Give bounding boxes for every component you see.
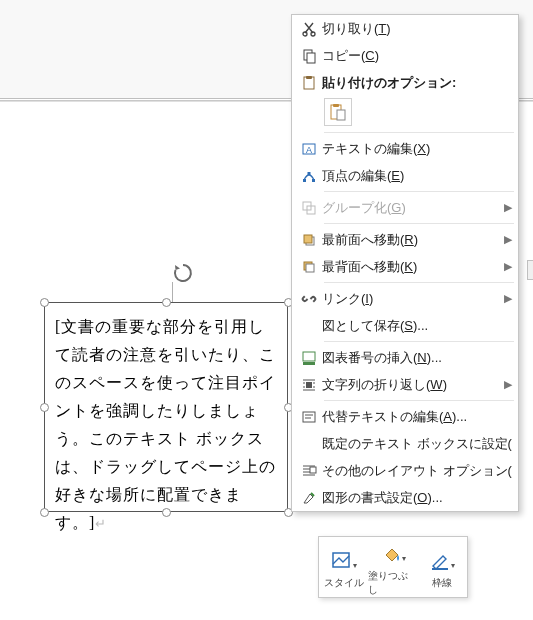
menu-separator bbox=[324, 191, 514, 192]
layout-icon bbox=[296, 463, 322, 479]
copy-icon bbox=[296, 48, 322, 64]
svg-rect-20 bbox=[303, 352, 315, 361]
paste-option-keep-source[interactable] bbox=[324, 98, 352, 126]
paste-icon bbox=[296, 75, 322, 91]
menu-edit-text[interactable]: A テキストの編集(X) bbox=[292, 135, 518, 162]
menu-paste-header: 貼り付けのオプション: bbox=[292, 69, 518, 96]
menu-cut-label: 切り取り(T) bbox=[322, 20, 512, 38]
svg-text:▾: ▾ bbox=[353, 561, 357, 570]
menu-alt-text[interactable]: 代替テキストの編集(A)... bbox=[292, 403, 518, 430]
menu-text-wrap-label: 文字列の折り返し(W) bbox=[322, 376, 498, 394]
group-icon bbox=[296, 200, 322, 216]
resize-handle-tc[interactable] bbox=[162, 298, 171, 307]
style-button[interactable]: ▾ スタイル bbox=[319, 537, 368, 597]
svg-point-0 bbox=[303, 32, 307, 36]
textbox-content: [文書の重要な部分を引用して読者の注意を引いたり、このスペースを使って注目ポイン… bbox=[55, 318, 276, 531]
menu-separator bbox=[324, 282, 514, 283]
bring-front-icon bbox=[296, 232, 322, 248]
svg-rect-7 bbox=[333, 104, 339, 107]
menu-link[interactable]: リンク(I) ▶ bbox=[292, 285, 518, 312]
svg-rect-17 bbox=[304, 235, 312, 243]
menu-send-back-label: 最背面へ移動(K) bbox=[322, 258, 498, 276]
edit-points-icon bbox=[296, 168, 322, 184]
menu-edit-text-label: テキストの編集(X) bbox=[322, 140, 512, 158]
menu-insert-caption[interactable]: 図表番号の挿入(N)... bbox=[292, 344, 518, 371]
chevron-right-icon: ▶ bbox=[498, 201, 512, 214]
menu-copy[interactable]: コピー(C) bbox=[292, 42, 518, 69]
menu-group: グループ化(G) ▶ bbox=[292, 194, 518, 221]
svg-rect-21 bbox=[303, 362, 315, 365]
svg-text:▾: ▾ bbox=[451, 561, 455, 570]
menu-bring-front[interactable]: 最前面へ移動(R) ▶ bbox=[292, 226, 518, 253]
svg-point-1 bbox=[311, 32, 315, 36]
format-shape-icon bbox=[296, 490, 322, 506]
svg-rect-8 bbox=[337, 110, 345, 120]
svg-rect-11 bbox=[303, 179, 306, 182]
text-wrap-icon bbox=[296, 377, 322, 393]
menu-alt-text-label: 代替テキストの編集(A)... bbox=[322, 408, 512, 426]
rotate-connector bbox=[172, 282, 173, 302]
cut-icon bbox=[296, 21, 322, 37]
svg-rect-5 bbox=[306, 76, 312, 79]
menu-cut[interactable]: 切り取り(T) bbox=[292, 15, 518, 42]
svg-rect-40 bbox=[432, 568, 448, 570]
context-menu: 切り取り(T) コピー(C) 貼り付けのオプション: A テキストの編集(X) … bbox=[291, 14, 519, 512]
menu-separator bbox=[324, 400, 514, 401]
chevron-right-icon: ▶ bbox=[498, 260, 512, 273]
menu-save-as-picture[interactable]: 図として保存(S)... bbox=[292, 312, 518, 339]
menu-link-label: リンク(I) bbox=[322, 290, 498, 308]
fill-button[interactable]: ▾ 塗りつぶし bbox=[368, 537, 417, 597]
menu-format-shape-label: 図形の書式設定(O)... bbox=[322, 489, 512, 507]
menu-bring-front-label: 最前面へ移動(R) bbox=[322, 231, 498, 249]
svg-rect-3 bbox=[307, 53, 315, 63]
resize-handle-bc[interactable] bbox=[162, 508, 171, 517]
svg-rect-12 bbox=[312, 179, 315, 182]
menu-edit-points-label: 頂点の編集(E) bbox=[322, 167, 512, 185]
chevron-right-icon: ▶ bbox=[498, 233, 512, 246]
mini-toolbar: ▾ スタイル ▾ 塗りつぶし ▾ 枠線 bbox=[318, 536, 468, 598]
clipboard-icon bbox=[329, 103, 347, 121]
menu-send-back[interactable]: 最背面へ移動(K) ▶ bbox=[292, 253, 518, 280]
menu-paste-header-label: 貼り付けのオプション: bbox=[322, 74, 512, 92]
resize-handle-bl[interactable] bbox=[40, 508, 49, 517]
menu-set-default-textbox-label: 既定のテキスト ボックスに設定(D) bbox=[322, 435, 512, 453]
menu-copy-label: コピー(C) bbox=[322, 47, 512, 65]
alt-text-icon bbox=[296, 409, 322, 425]
chevron-right-icon: ▶ bbox=[498, 378, 512, 391]
caption-icon bbox=[296, 350, 322, 366]
resize-handle-tl[interactable] bbox=[40, 298, 49, 307]
chevron-right-icon: ▶ bbox=[498, 292, 512, 305]
paragraph-mark: ↵ bbox=[95, 516, 107, 531]
selected-textbox[interactable]: [文書の重要な部分を引用して読者の注意を引いたり、このスペースを使って注目ポイン… bbox=[44, 302, 288, 512]
svg-text:▾: ▾ bbox=[402, 554, 406, 563]
send-back-icon bbox=[296, 259, 322, 275]
edit-text-icon: A bbox=[296, 141, 322, 157]
menu-separator bbox=[324, 132, 514, 133]
menu-set-default-textbox[interactable]: 既定のテキスト ボックスに設定(D) bbox=[292, 430, 518, 457]
svg-rect-19 bbox=[306, 264, 314, 272]
resize-handle-ml[interactable] bbox=[40, 403, 49, 412]
svg-rect-36 bbox=[310, 467, 316, 473]
rotate-handle[interactable] bbox=[172, 262, 194, 284]
menu-more-layout-label: その他のレイアウト オプション(L)... bbox=[322, 462, 512, 480]
svg-rect-13 bbox=[308, 172, 311, 175]
link-icon bbox=[296, 291, 322, 307]
svg-rect-29 bbox=[303, 412, 315, 422]
right-panel-edge bbox=[527, 260, 533, 280]
menu-edit-points[interactable]: 頂点の編集(E) bbox=[292, 162, 518, 189]
menu-text-wrap[interactable]: 文字列の折り返し(W) ▶ bbox=[292, 371, 518, 398]
menu-format-shape[interactable]: 図形の書式設定(O)... bbox=[292, 484, 518, 511]
fill-label: 塗りつぶし bbox=[368, 569, 417, 597]
fill-icon: ▾ bbox=[380, 541, 406, 567]
outline-icon: ▾ bbox=[429, 548, 455, 574]
menu-group-label: グループ化(G) bbox=[322, 199, 498, 217]
outline-button[interactable]: ▾ 枠線 bbox=[418, 537, 467, 597]
outline-label: 枠線 bbox=[432, 576, 452, 590]
menu-separator bbox=[324, 341, 514, 342]
menu-more-layout[interactable]: その他のレイアウト オプション(L)... bbox=[292, 457, 518, 484]
style-icon: ▾ bbox=[331, 548, 357, 574]
menu-save-as-picture-label: 図として保存(S)... bbox=[322, 317, 512, 335]
svg-text:A: A bbox=[306, 145, 312, 155]
svg-rect-22 bbox=[306, 382, 312, 388]
style-label: スタイル bbox=[324, 576, 364, 590]
